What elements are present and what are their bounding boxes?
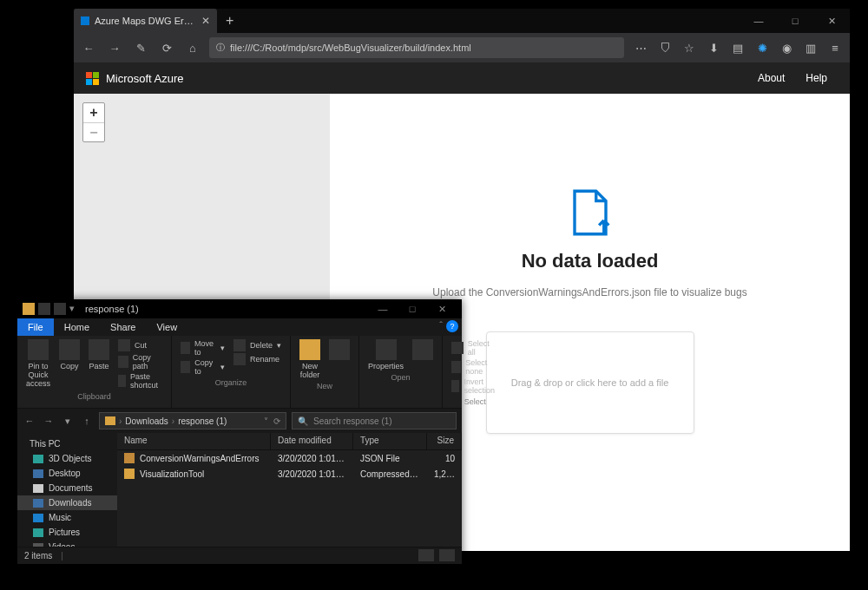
star-icon[interactable]: ☆ xyxy=(680,38,699,57)
copy-button[interactable]: Copy xyxy=(57,339,82,370)
help-link[interactable]: Help xyxy=(795,72,838,84)
view-large-icon[interactable] xyxy=(439,549,455,561)
nav-forward-button[interactable]: → xyxy=(105,38,124,57)
window-maximize-button[interactable]: □ xyxy=(777,9,813,33)
open-button[interactable] xyxy=(411,339,435,360)
qat-icon[interactable] xyxy=(38,303,50,315)
paste-shortcut-button[interactable]: Paste shortcut xyxy=(116,372,164,390)
drop-zone[interactable]: Drag & drop or click here to add a file xyxy=(486,331,694,434)
explorer-titlebar[interactable]: ▾ response (1) — □ ✕ xyxy=(17,299,462,318)
pin-quick-access-button[interactable]: Pin to Quick access xyxy=(24,339,52,388)
nav-back-button[interactable]: ← xyxy=(79,38,98,57)
window-maximize-button[interactable]: □ xyxy=(398,299,427,318)
properties-button[interactable]: Properties xyxy=(366,339,405,370)
pin-icon xyxy=(28,339,49,360)
breadcrumb-segment[interactable]: Downloads xyxy=(125,416,168,426)
new-item-button[interactable] xyxy=(327,339,352,360)
copy-path-button[interactable]: Copy path xyxy=(116,353,164,370)
column-header-name[interactable]: Name xyxy=(117,433,271,449)
cut-button[interactable]: Cut xyxy=(116,339,164,351)
sidebar-item-3d-objects[interactable]: 3D Objects xyxy=(17,451,117,466)
tab-share[interactable]: Share xyxy=(100,318,146,336)
nav-up-button[interactable]: ↑ xyxy=(80,416,94,426)
cut-icon xyxy=(118,339,130,351)
explorer-nav-bar: ← → ▾ ↑ › Downloads › response (1) ˅⟳ 🔍 … xyxy=(17,409,462,433)
sidebar-item-pictures[interactable]: Pictures xyxy=(17,525,117,540)
new-folder-button[interactable]: New folder xyxy=(298,339,322,379)
sidebar-item-music[interactable]: Music xyxy=(17,510,117,525)
column-header-date[interactable]: Date modified xyxy=(271,433,353,449)
breadcrumb-segment[interactable]: response (1) xyxy=(178,416,227,426)
refresh-button[interactable]: ⟳ xyxy=(273,416,280,426)
select-all-button[interactable]: Select all xyxy=(450,339,501,357)
nav-forward-button[interactable]: → xyxy=(42,416,56,426)
tab-title: Azure Maps DWG Errors Visua… xyxy=(95,16,196,26)
window-close-button[interactable]: ✕ xyxy=(813,9,850,33)
rename-button[interactable]: Rename xyxy=(232,353,283,365)
table-row[interactable]: ConversionWarningsAndErrors3/20/2020 1:0… xyxy=(117,450,462,466)
window-minimize-button[interactable]: — xyxy=(740,9,777,33)
invert-selection-button[interactable]: Invert selection xyxy=(450,377,501,395)
url-input[interactable]: ⓘ file:///C:/Root/mdp/src/WebBugVisualiz… xyxy=(209,37,624,58)
qat-icon[interactable] xyxy=(54,303,66,315)
window-close-button[interactable]: ✕ xyxy=(427,299,457,318)
zoom-in-button[interactable]: + xyxy=(83,103,104,122)
sidebar-icon[interactable]: ▤ xyxy=(728,38,747,57)
move-to-button[interactable]: Move to▾ xyxy=(179,339,227,357)
file-name: VisualizationTool xyxy=(140,469,204,479)
select-none-button[interactable]: Select none xyxy=(450,358,501,376)
delete-button[interactable]: Delete▾ xyxy=(232,339,283,351)
column-header-type[interactable]: Type xyxy=(353,433,427,449)
help-icon[interactable]: ? xyxy=(446,320,458,332)
sidebar-item-documents[interactable]: Documents xyxy=(17,481,117,495)
paste-button[interactable]: Paste xyxy=(87,339,111,370)
folder-icon xyxy=(33,455,43,463)
sidebar-group-this-pc[interactable]: This PC xyxy=(17,436,117,451)
new-folder-icon xyxy=(299,339,320,360)
account-icon[interactable]: ◉ xyxy=(777,38,796,57)
window-minimize-button[interactable]: — xyxy=(368,299,398,318)
sidebar-item-downloads[interactable]: Downloads xyxy=(17,495,117,510)
browser-tab[interactable]: Azure Maps DWG Errors Visua… ✕ xyxy=(74,9,217,33)
menu-icon[interactable]: ≡ xyxy=(825,38,845,57)
shield-icon[interactable]: ⛉ xyxy=(655,38,674,57)
azure-logo[interactable]: Microsoft Azure xyxy=(86,72,184,85)
about-link[interactable]: About xyxy=(747,72,795,84)
wand-icon[interactable]: ✎ xyxy=(131,38,150,57)
ribbon-group-label: Clipboard xyxy=(77,392,111,401)
overflow-icon[interactable]: ▥ xyxy=(801,38,820,57)
close-tab-icon[interactable]: ✕ xyxy=(201,15,210,27)
tab-file[interactable]: File xyxy=(17,318,54,336)
sidebar-item-label: Music xyxy=(49,513,71,522)
view-details-icon[interactable] xyxy=(418,549,434,561)
table-row[interactable]: VisualizationTool3/20/2020 1:01 PMCompre… xyxy=(117,466,462,482)
zoom-out-button[interactable]: − xyxy=(83,122,104,141)
ribbon-group-organize: Move to▾ Copy to▾ Delete▾ Rename Organiz… xyxy=(172,336,291,408)
collapse-ribbon-icon[interactable]: ˆ xyxy=(439,320,443,332)
file-date: 3/20/2020 1:01 PM xyxy=(271,469,353,479)
chevron-down-icon[interactable]: ˅ xyxy=(264,416,268,426)
copy-to-button[interactable]: Copy to▾ xyxy=(179,358,227,376)
nav-back-button[interactable]: ← xyxy=(23,416,36,426)
file-name: ConversionWarningsAndErrors xyxy=(140,454,259,463)
nav-recent-icon[interactable]: ▾ xyxy=(61,416,75,427)
breadcrumb[interactable]: › Downloads › response (1) ˅⟳ xyxy=(99,412,286,429)
sidebar-item-label: Desktop xyxy=(49,469,81,478)
move-icon xyxy=(181,342,190,354)
sidebar-item-desktop[interactable]: Desktop xyxy=(17,466,117,481)
sidebar-item-label: Documents xyxy=(49,483,93,493)
ext-icon[interactable]: ✺ xyxy=(753,38,772,57)
tab-view[interactable]: View xyxy=(146,318,187,336)
tab-home[interactable]: Home xyxy=(54,318,100,336)
home-button[interactable]: ⌂ xyxy=(183,38,202,57)
file-type: JSON File xyxy=(353,454,427,463)
new-tab-button[interactable]: + xyxy=(217,13,242,29)
more-icon[interactable]: ⋯ xyxy=(631,38,650,57)
sidebar-item-videos[interactable]: Videos xyxy=(17,540,117,547)
copy-to-icon xyxy=(181,361,190,373)
search-input[interactable]: 🔍 Search response (1) xyxy=(292,412,457,429)
library-icon[interactable]: ⬇ xyxy=(704,38,723,57)
reload-button[interactable]: ⟳ xyxy=(157,38,176,57)
qat-dropdown-icon[interactable]: ▾ xyxy=(69,303,76,315)
column-header-size[interactable]: Size xyxy=(427,433,462,449)
